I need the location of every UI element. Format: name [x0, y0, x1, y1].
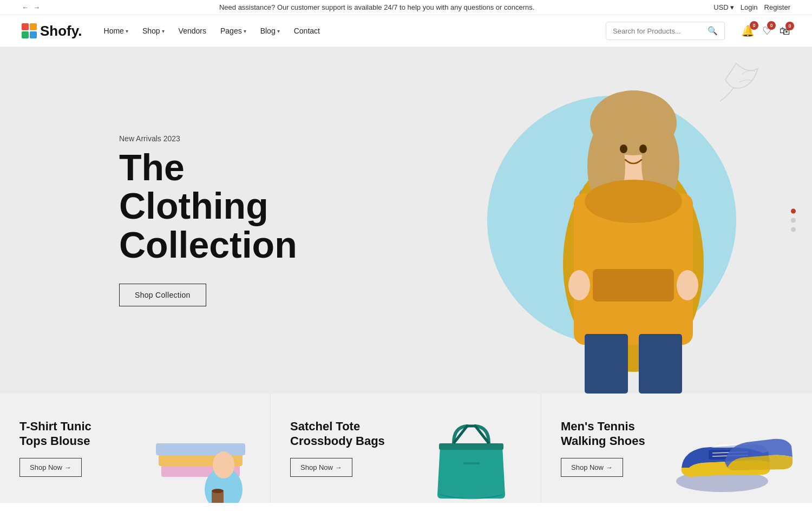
svg-rect-24	[463, 462, 480, 464]
category-shoes-title: Men's Tennis Walking Shoes	[561, 419, 645, 448]
category-card-bags: Satchel Tote Crossbody Bags Shop Now →	[271, 394, 541, 503]
category-card-shoes-content: Men's Tennis Walking Shoes Shop Now →	[561, 419, 645, 494]
prev-arrow[interactable]: ←	[22, 3, 29, 11]
currency-selector[interactable]: USD ▾	[713, 3, 734, 11]
nav-shop-chevron: ▾	[162, 28, 165, 34]
category-section: T-Shirt Tunic Tops Blouse Shop Now →	[0, 394, 812, 503]
currency-label: USD	[713, 3, 728, 11]
hero-image-area	[325, 47, 812, 394]
announcement-text: Need assistance? Our customer support is…	[40, 3, 713, 11]
logo-square-orange	[30, 23, 37, 30]
nav-vendors-label: Vendors	[179, 27, 206, 35]
slider-dot-1[interactable]	[791, 209, 796, 214]
wishlist-button[interactable]: ♡ 0	[762, 24, 772, 37]
logo-square-blue	[30, 31, 37, 38]
hero-section: New Arrivals 2023 The Clothing Collectio…	[0, 47, 812, 394]
login-link[interactable]: Login	[741, 3, 758, 11]
nav-home-chevron: ▾	[126, 28, 128, 34]
logo-square-green	[22, 31, 29, 38]
hero-model	[509, 47, 758, 394]
nav-pages-label: Pages	[220, 27, 242, 35]
register-link[interactable]: Register	[764, 3, 790, 11]
logo-square-red	[22, 23, 29, 30]
category-card-tshirt: T-Shirt Tunic Tops Blouse Shop Now →	[0, 394, 271, 503]
logo[interactable]: Shofy.	[22, 23, 82, 40]
tshirt-shop-now-button[interactable]: Shop Now →	[19, 458, 82, 477]
currency-chevron: ▾	[730, 3, 734, 11]
announcement-nav-arrows: ← →	[22, 3, 40, 11]
nav-home[interactable]: Home ▾	[99, 23, 134, 38]
cart-badge: 0	[785, 22, 794, 30]
hero-content: New Arrivals 2023 The Clothing Collectio…	[0, 134, 303, 306]
hero-title: The Clothing Collection	[119, 148, 303, 264]
svg-point-12	[568, 270, 590, 300]
bags-image	[424, 411, 521, 503]
svg-rect-11	[639, 334, 682, 394]
svg-rect-23	[439, 443, 503, 450]
shoes-shop-now-button[interactable]: Shop Now →	[561, 458, 623, 477]
wishlist-badge: 0	[767, 21, 776, 30]
hero-subtitle: New Arrivals 2023	[119, 134, 303, 143]
slider-dot-3[interactable]	[791, 227, 796, 232]
bags-shop-now-button[interactable]: Shop Now →	[290, 458, 352, 477]
nav-vendors[interactable]: Vendors	[173, 23, 212, 38]
slider-dots	[791, 209, 796, 232]
nav-contact-label: Contact	[294, 27, 320, 35]
category-card-bags-content: Satchel Tote Crossbody Bags Shop Now →	[290, 419, 385, 494]
notification-badge: 0	[750, 21, 758, 30]
logo-text: Shofy.	[40, 23, 82, 40]
announcement-bar: ← → Need assistance? Our customer suppor…	[0, 0, 812, 15]
category-bags-title: Satchel Tote Crossbody Bags	[290, 419, 385, 448]
search-icon[interactable]: 🔍	[708, 26, 718, 36]
nav-blog[interactable]: Blog ▾	[255, 23, 285, 38]
nav-contact[interactable]: Contact	[289, 23, 325, 38]
svg-point-15	[639, 145, 647, 153]
nav-blog-label: Blog	[260, 27, 276, 35]
shop-collection-button[interactable]: Shop Collection	[119, 284, 206, 306]
notification-button[interactable]: 🔔 0	[741, 24, 755, 37]
svg-point-8	[585, 180, 682, 223]
nav-pages-chevron: ▾	[244, 28, 246, 34]
svg-rect-18	[156, 443, 245, 455]
tshirt-image	[153, 411, 251, 503]
nav-shop-label: Shop	[142, 27, 160, 35]
top-links: USD ▾ Login Register	[713, 3, 790, 11]
search-box[interactable]: 🔍	[606, 22, 725, 40]
svg-rect-10	[585, 334, 628, 394]
category-tshirt-title: T-Shirt Tunic Tops Blouse	[19, 419, 91, 448]
shoes-image	[673, 411, 793, 503]
nav-shop[interactable]: Shop ▾	[137, 23, 170, 38]
slider-dot-2[interactable]	[791, 218, 796, 223]
category-card-tshirt-content: T-Shirt Tunic Tops Blouse Shop Now →	[19, 419, 91, 494]
next-arrow[interactable]: →	[33, 3, 40, 11]
category-card-shoes: Men's Tennis Walking Shoes Shop Now →	[541, 394, 812, 503]
svg-point-13	[677, 270, 698, 300]
svg-point-14	[620, 145, 627, 153]
header-icons: 🔔 0 ♡ 0 🛍 0	[741, 24, 790, 37]
svg-point-22	[212, 489, 224, 493]
search-input[interactable]	[613, 27, 703, 35]
main-nav: Home ▾ Shop ▾ Vendors Pages ▾ Blog ▾ Con…	[99, 23, 590, 38]
header: Shofy. Home ▾ Shop ▾ Vendors Pages ▾ Blo…	[0, 15, 812, 47]
logo-icon	[22, 23, 37, 38]
nav-blog-chevron: ▾	[277, 28, 280, 34]
nav-home-label: Home	[104, 27, 124, 35]
nav-pages[interactable]: Pages ▾	[215, 23, 252, 38]
svg-rect-9	[593, 269, 674, 301]
svg-point-20	[213, 451, 234, 478]
cart-button[interactable]: 🛍 0	[780, 25, 790, 37]
